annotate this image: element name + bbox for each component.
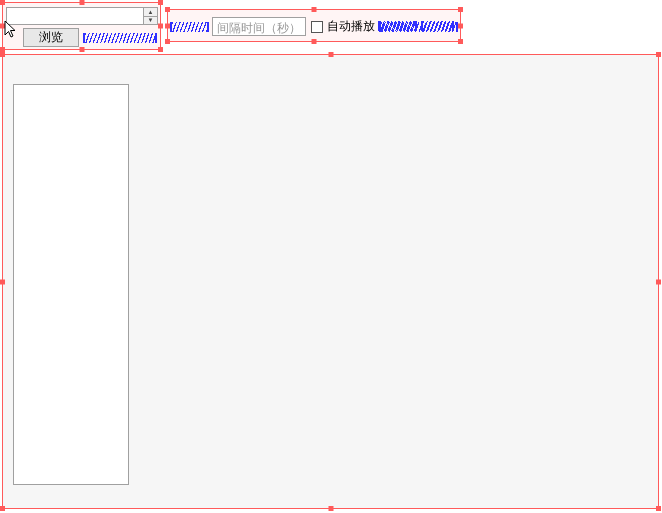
interval-input[interactable]: 间隔时间（秒） bbox=[212, 17, 306, 36]
designer-selection-browse-group[interactable]: ▲ ▼ 浏览 bbox=[2, 2, 161, 50]
file-combo[interactable]: ▲ ▼ bbox=[6, 7, 158, 25]
preview-panel[interactable] bbox=[13, 84, 129, 485]
browse-button[interactable]: 浏览 bbox=[23, 28, 79, 47]
interval-input-placeholder: 间隔时间（秒） bbox=[217, 21, 301, 35]
layout-spring bbox=[170, 22, 209, 32]
spin-down-icon[interactable]: ▼ bbox=[144, 17, 157, 25]
layout-spring bbox=[83, 33, 157, 43]
combo-spin-buttons[interactable]: ▲ ▼ bbox=[143, 8, 157, 24]
browse-button-label: 浏览 bbox=[39, 29, 63, 46]
layout-spring bbox=[378, 21, 417, 31]
spin-up-icon[interactable]: ▲ bbox=[144, 8, 157, 17]
designer-canvas[interactable] bbox=[2, 54, 659, 509]
autoplay-checkbox[interactable]: 自动播放 bbox=[311, 18, 375, 35]
autoplay-label: 自动播放 bbox=[327, 18, 375, 35]
checkbox-box-icon[interactable] bbox=[311, 21, 323, 33]
layout-spring bbox=[421, 21, 454, 31]
